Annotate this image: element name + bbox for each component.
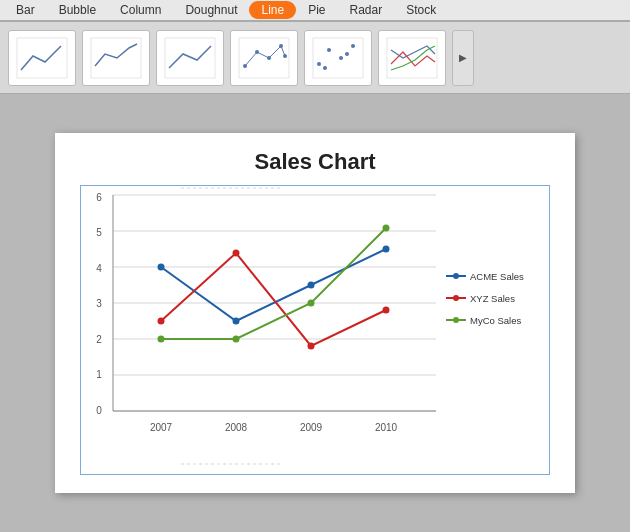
tab-column[interactable]: Column [108,1,173,19]
tab-bubble[interactable]: Bubble [47,1,108,19]
svg-point-47 [308,343,315,350]
svg-point-16 [339,56,343,60]
svg-text:XYZ Sales: XYZ Sales [470,293,515,304]
svg-text:2007: 2007 [150,422,173,433]
tab-line[interactable]: Line [249,1,296,19]
svg-text:2: 2 [96,334,102,345]
svg-point-48 [383,307,390,314]
thumbnail-2[interactable] [82,30,150,86]
thumbnail-3[interactable] [156,30,224,86]
svg-point-44 [383,246,390,253]
svg-rect-13 [313,38,363,78]
main-area: Sales Chart 0 1 2 3 4 5 6 [0,94,630,532]
svg-text:2009: 2009 [300,422,323,433]
slide: Sales Chart 0 1 2 3 4 5 6 [55,133,575,493]
svg-point-54 [453,273,459,279]
svg-text:0: 0 [96,405,102,416]
svg-point-45 [158,318,165,325]
svg-text:MyCo Sales: MyCo Sales [470,315,521,326]
svg-text:4: 4 [96,263,102,274]
chart-svg: 0 1 2 3 4 5 6 2 [81,186,551,476]
svg-text:6: 6 [96,192,102,203]
tab-doughnut[interactable]: Doughnut [173,1,249,19]
svg-point-46 [233,250,240,257]
svg-point-60 [453,317,459,323]
svg-text:1: 1 [96,369,102,380]
thumbnail-nav[interactable]: ▶ [452,30,474,86]
svg-text:2010: 2010 [375,422,398,433]
thumbnail-5[interactable] [304,30,372,86]
svg-text:2008: 2008 [225,422,248,433]
svg-point-42 [233,318,240,325]
svg-point-43 [308,282,315,289]
svg-point-57 [453,295,459,301]
tab-radar[interactable]: Radar [338,1,395,19]
thumbnail-4[interactable] [230,30,298,86]
tab-bar: Bar Bubble Column Doughnut Line Pie Rada… [0,0,630,22]
thumbnail-bar: ▶ [0,22,630,94]
thumbnail-6[interactable] [378,30,446,86]
svg-rect-3 [239,38,289,78]
svg-text:3: 3 [96,298,102,309]
chart-container[interactable]: 0 1 2 3 4 5 6 2 [80,185,550,475]
svg-text:5: 5 [96,227,102,238]
svg-rect-2 [165,38,215,78]
svg-text:ACME Sales: ACME Sales [470,271,524,282]
svg-point-18 [323,66,327,70]
tab-pie[interactable]: Pie [296,1,337,19]
tab-stock[interactable]: Stock [394,1,448,19]
svg-point-52 [383,225,390,232]
svg-point-50 [233,336,240,343]
tab-bar[interactable]: Bar [4,1,47,19]
svg-point-49 [158,336,165,343]
thumbnail-1[interactable] [8,30,76,86]
svg-point-19 [345,52,349,56]
svg-point-15 [327,48,331,52]
chart-title: Sales Chart [254,149,375,175]
svg-point-41 [158,264,165,271]
svg-point-14 [317,62,321,66]
svg-point-51 [308,300,315,307]
svg-rect-0 [17,38,67,78]
svg-point-17 [351,44,355,48]
